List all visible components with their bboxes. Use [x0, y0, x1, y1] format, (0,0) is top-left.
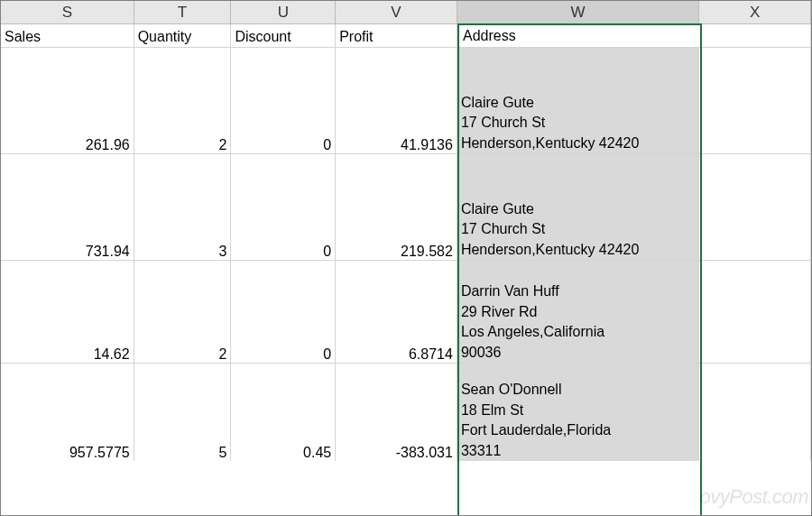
cell-discount[interactable]: 0.45	[231, 364, 336, 461]
active-cell[interactable]: Address	[459, 24, 700, 48]
cell-profit[interactable]: 219.582	[336, 154, 457, 260]
col-header-U[interactable]: U	[231, 1, 336, 23]
cell-discount[interactable]: 0	[231, 48, 336, 153]
cell-profit[interactable]: 6.8714	[336, 261, 457, 363]
grid-body: Sales Quantity Discount Profit 261.96 2 …	[1, 24, 811, 515]
header-cell-profit[interactable]: Profit	[336, 24, 457, 47]
cell-sales[interactable]: 261.96	[1, 48, 134, 153]
cell-address[interactable]: Darrin Van Huff 29 River Rd Los Angeles,…	[457, 261, 699, 363]
cell-discount[interactable]: 0	[231, 261, 336, 363]
cell-profit[interactable]: 41.9136	[336, 48, 457, 153]
col-header-T[interactable]: T	[134, 1, 232, 23]
cell-address[interactable]: Sean O'Donnell 18 Elm St Fort Lauderdale…	[457, 364, 699, 461]
cell-address[interactable]: Claire Gute 17 Church St Henderson,Kentu…	[457, 154, 699, 260]
data-row: 731.94 3 0 219.582 Claire Gute 17 Church…	[1, 154, 811, 261]
cell-quantity[interactable]: 3	[134, 154, 232, 260]
data-row: 957.5775 5 0.45 -383.031 Sean O'Donnell …	[1, 364, 811, 461]
cell-empty[interactable]	[699, 364, 811, 461]
column-headers-row: S T U V W X	[1, 1, 811, 24]
cell-discount[interactable]: 0	[231, 154, 336, 260]
header-cell-quantity[interactable]: Quantity	[134, 24, 232, 47]
cell-sales[interactable]: 957.5775	[1, 364, 134, 461]
cell-empty[interactable]	[699, 261, 811, 363]
cell-sales[interactable]: 14.62	[1, 261, 134, 363]
cell-address[interactable]: Claire Gute 17 Church St Henderson,Kentu…	[457, 48, 699, 153]
col-header-V[interactable]: V	[336, 1, 457, 23]
col-header-W[interactable]: W	[457, 1, 699, 23]
header-cell-sales[interactable]: Sales	[1, 24, 134, 47]
header-cell-discount[interactable]: Discount	[231, 24, 336, 47]
col-header-X[interactable]: X	[699, 1, 811, 23]
cell-sales[interactable]: 731.94	[1, 154, 134, 260]
cell-profit[interactable]: -383.031	[336, 364, 457, 461]
data-row: 14.62 2 0 6.8714 Darrin Van Huff 29 Rive…	[1, 261, 811, 364]
cell-empty[interactable]	[699, 48, 811, 153]
cell-empty[interactable]	[699, 154, 811, 260]
cell-quantity[interactable]: 2	[134, 48, 232, 153]
col-header-S[interactable]: S	[1, 1, 134, 23]
cell-quantity[interactable]: 2	[134, 261, 232, 363]
cell-quantity[interactable]: 5	[134, 364, 232, 461]
data-row: 261.96 2 0 41.9136 Claire Gute 17 Church…	[1, 48, 811, 154]
spreadsheet-grid[interactable]: S T U V W X Sales Quantity Discount Prof…	[1, 1, 811, 515]
header-cell-x[interactable]	[699, 24, 811, 47]
